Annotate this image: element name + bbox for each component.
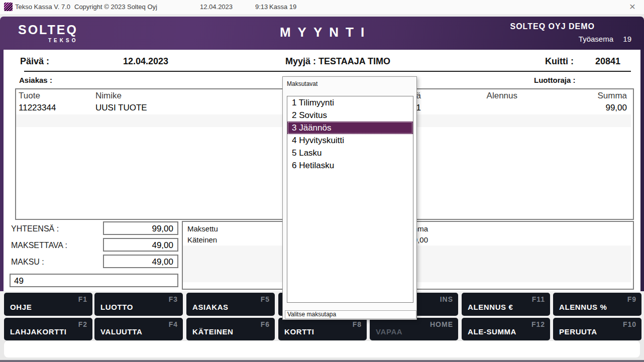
fkey-luotto-label: LUOTTO xyxy=(100,303,133,311)
option-sovitus[interactable]: 2 Sovitus xyxy=(287,109,413,122)
fkey-peruuta-key: F10 xyxy=(623,320,636,328)
col-header-summa: Summa xyxy=(547,91,627,101)
fkey-kateinen-key: F6 xyxy=(261,320,270,328)
fkey-peruuta[interactable]: F10PERUUTA xyxy=(553,318,641,340)
total-value-field: 99,00 xyxy=(103,221,178,235)
option-tilimyynti[interactable]: 1 Tilimyynti xyxy=(287,96,413,109)
fkey-asiakas-label: ASIAKAS xyxy=(192,303,229,311)
app-header: SOLTEQ TEKSO MYYNTI SOLTEQ OYJ DEMO Työa… xyxy=(0,17,644,50)
fkey-kortti-label: KORTTI xyxy=(284,327,314,336)
bottom-bar xyxy=(4,341,640,357)
due-label: MAKSETTAVA : xyxy=(11,241,67,250)
fkey-valuutta-label: VALUUTTA xyxy=(100,327,142,336)
fkey-asiakas-key: F5 xyxy=(261,295,270,303)
window-frame-left xyxy=(0,50,4,291)
fkey-alennus-eur-key: F11 xyxy=(532,295,545,303)
cell-nimike: UUSI TUOTE xyxy=(95,103,147,113)
fkey-alennus-eur[interactable]: F11ALENNUS € xyxy=(462,293,550,316)
option-hetilasku[interactable]: 6 Hetilasku xyxy=(287,159,413,172)
option-hyvityskuitti[interactable]: 4 Hyvityskuitti xyxy=(287,134,413,147)
dialog-title: Maksutavat xyxy=(287,80,317,87)
fkey-valuutta-key: F4 xyxy=(169,320,178,328)
fkey-luotto-key: F3 xyxy=(169,295,178,303)
titlebar-date: 12.04.2023 xyxy=(200,3,233,11)
app-title: Tekso Kassa V. 7.0 xyxy=(15,3,70,11)
fkey-ohje-label: OHJE xyxy=(10,303,32,311)
company-name: SOLTEQ OYJ DEMO xyxy=(510,22,595,31)
fkey-alennus-pct-label: ALENNUS % xyxy=(559,303,607,311)
app-icon xyxy=(4,3,13,11)
fkey-lahjakortti-label: LAHJAKORTTI xyxy=(10,327,66,336)
payment-label: MAKSU : xyxy=(11,258,44,267)
receipt-value: 20841 xyxy=(595,56,620,67)
title-bar: Tekso Kassa V. 7.0 Copyright © 2023 Solt… xyxy=(0,0,644,15)
fkey-ohje-key: F1 xyxy=(78,295,87,303)
fkey-vapaa-label: VAPAA xyxy=(376,327,402,336)
seller-line: Myyjä : TESTAAJA TIMO xyxy=(285,56,390,67)
payment-methods-dialog: Maksutavat 1 Tilimyynti 2 Sovitus 3 Jään… xyxy=(282,76,417,320)
titlebar-copyright: Copyright © 2023 Solteq Oyj xyxy=(74,3,157,11)
fkey-kateinen-label: KÄTEINEN xyxy=(192,327,233,336)
fkey-luotto[interactable]: F3LUOTTO xyxy=(94,293,183,316)
cell-summa: 99,00 xyxy=(547,103,627,113)
due-value-field: 49,00 xyxy=(103,238,178,252)
fkey-asiakas[interactable]: F5ASIAKAS xyxy=(186,293,275,316)
window-frame-right xyxy=(640,50,644,291)
close-icon[interactable]: × xyxy=(627,0,638,13)
titlebar-time: 9:13 xyxy=(255,3,268,11)
receipt-label: Kuitti : xyxy=(545,56,574,67)
workstation-value: 19 xyxy=(623,35,631,43)
option-lasku[interactable]: 5 Lasku xyxy=(287,147,413,159)
fkey-ale-summa-key: F12 xyxy=(531,320,545,328)
fkey-kortti[interactable]: F8KORTTI xyxy=(278,318,367,340)
info-divider xyxy=(24,71,631,72)
date-label: Päivä : xyxy=(20,56,49,67)
fkey-kortti-key: F8 xyxy=(353,320,362,328)
credit-limit-label: Luottoraja : xyxy=(534,76,576,84)
pos-window: Tekso Kassa V. 7.0 Copyright © 2023 Solt… xyxy=(0,0,644,362)
col-header-nimike: Nimike xyxy=(95,91,122,101)
col-header-alennus: Alennus xyxy=(437,91,517,101)
fkey-lahjakortti[interactable]: F2LAHJAKORTTI xyxy=(4,318,92,340)
option-jaannos[interactable]: 3 Jäännös xyxy=(287,122,413,134)
workstation-label: Työasema xyxy=(579,35,613,43)
total-label: YHTEENSÄ : xyxy=(11,224,59,233)
fkey-kateinen[interactable]: F6KÄTEINEN xyxy=(186,318,275,340)
fkey-vapaa-key: HOME xyxy=(430,320,453,328)
fkey-ins-key: INS xyxy=(440,295,453,303)
titlebar-register: Kassa 19 xyxy=(269,3,296,11)
fkey-alennus-pct[interactable]: F9ALENNUS % xyxy=(553,293,641,316)
payment-methods-listbox[interactable]: 1 Tilimyynti 2 Sovitus 3 Jäännös 4 Hyvit… xyxy=(287,96,413,303)
dialog-status-bar: Valitse maksutapa xyxy=(285,310,416,319)
fkey-alennus-pct-key: F9 xyxy=(627,295,636,303)
fkey-alennus-eur-label: ALENNUS € xyxy=(468,303,513,311)
payment-value-field: 49,00 xyxy=(103,255,178,268)
col-header-tuote: Tuote xyxy=(19,91,40,101)
cell-tuote: 11223344 xyxy=(19,103,56,113)
window-bottom-edge xyxy=(0,360,644,362)
fkey-peruuta-label: PERUUTA xyxy=(559,327,597,336)
date-value: 12.04.2023 xyxy=(123,56,168,67)
fkey-ohje[interactable]: F1OHJE xyxy=(4,293,92,316)
fkey-vapaa: HOMEVAPAA xyxy=(370,318,458,340)
customer-label: Asiakas : xyxy=(19,76,52,84)
fkey-ale-summa-label: ALE-SUMMA xyxy=(468,327,516,336)
fkey-valuutta[interactable]: F4VALUUTTA xyxy=(94,318,183,340)
fkey-ale-summa[interactable]: F12ALE-SUMMA xyxy=(462,318,550,340)
amount-input[interactable]: 49 xyxy=(10,274,178,287)
fkey-lahjakortti-key: F2 xyxy=(78,320,87,328)
